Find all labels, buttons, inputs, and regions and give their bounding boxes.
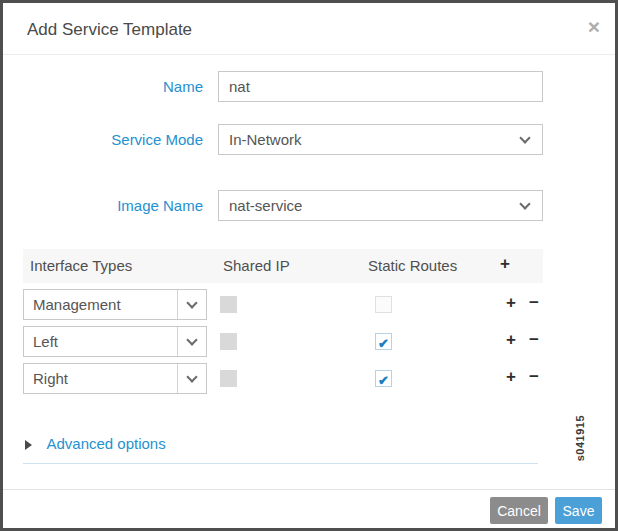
column-header-interface-types: Interface Types <box>30 257 132 274</box>
image-name-select[interactable]: nat-service <box>218 190 543 221</box>
interface-type-value: Management <box>24 290 206 319</box>
interface-type-value: Right <box>24 364 206 393</box>
image-name-value: nat-service <box>219 191 542 220</box>
add-row-button[interactable]: + <box>500 254 510 274</box>
check-icon: ✔ <box>378 373 389 388</box>
service-mode-select[interactable]: In-Network <box>218 124 543 155</box>
advanced-options-divider <box>23 463 538 464</box>
row-remove-button[interactable]: − <box>529 330 539 350</box>
footer-divider <box>3 489 615 490</box>
advanced-options-toggle[interactable]: Advanced options <box>25 435 166 454</box>
static-routes-checkbox[interactable] <box>375 296 392 313</box>
name-field-row: Name <box>3 71 563 102</box>
static-routes-checkbox[interactable]: ✔ <box>375 333 392 350</box>
image-name-label: Image Name <box>3 190 203 221</box>
table-row: Management + − <box>23 289 563 320</box>
row-add-button[interactable]: + <box>506 367 516 387</box>
shared-ip-checkbox <box>220 333 237 350</box>
caret-right-icon <box>25 440 32 450</box>
static-routes-checkbox[interactable]: ✔ <box>375 370 392 387</box>
title-divider <box>3 54 615 55</box>
table-row: Left ✔ + − <box>23 326 563 357</box>
advanced-options-label: Advanced options <box>46 435 165 452</box>
select-divider <box>177 290 178 319</box>
select-divider <box>177 327 178 356</box>
row-add-button[interactable]: + <box>506 293 516 313</box>
row-remove-button[interactable]: − <box>529 293 539 313</box>
interface-type-select[interactable]: Left <box>23 326 207 357</box>
cancel-button[interactable]: Cancel <box>490 497 548 524</box>
name-input[interactable] <box>218 71 543 102</box>
service-mode-value: In-Network <box>219 125 542 154</box>
select-divider <box>177 364 178 393</box>
table-row: Right ✔ + − <box>23 363 563 394</box>
check-icon: ✔ <box>378 336 389 351</box>
add-service-template-dialog: Add Service Template × Name Service Mode… <box>0 0 618 531</box>
name-label: Name <box>3 71 203 102</box>
shared-ip-checkbox <box>220 370 237 387</box>
image-name-field-row: Image Name nat-service <box>3 190 563 221</box>
save-button[interactable]: Save <box>555 497 602 524</box>
interface-type-value: Left <box>24 327 206 356</box>
column-header-static-routes: Static Routes <box>368 257 457 274</box>
interface-type-select[interactable]: Management <box>23 289 207 320</box>
close-icon[interactable]: × <box>588 17 600 37</box>
column-header-shared-ip: Shared IP <box>223 257 290 274</box>
service-mode-field-row: Service Mode In-Network <box>3 124 563 155</box>
service-mode-label: Service Mode <box>3 124 203 155</box>
interface-type-select[interactable]: Right <box>23 363 207 394</box>
shared-ip-checkbox <box>220 296 237 313</box>
row-add-button[interactable]: + <box>506 330 516 350</box>
watermark-text: s041915 <box>574 415 586 461</box>
row-remove-button[interactable]: − <box>529 367 539 387</box>
interface-table-header: Interface Types Shared IP Static Routes … <box>23 249 543 283</box>
dialog-title: Add Service Template <box>27 20 192 40</box>
